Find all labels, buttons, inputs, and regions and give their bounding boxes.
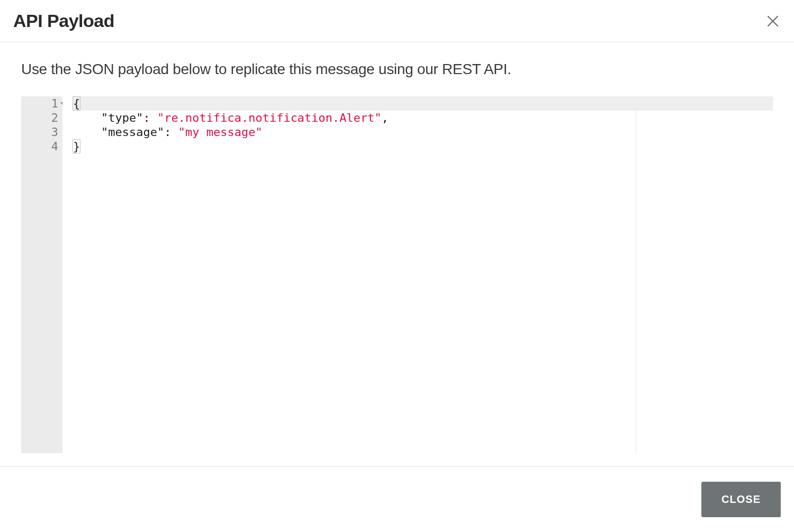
modal-header: API Payload bbox=[0, 0, 794, 42]
code-line[interactable]: } bbox=[73, 139, 773, 154]
close-button[interactable]: CLOSE bbox=[701, 482, 781, 517]
editor-gutter: 1234 bbox=[21, 96, 62, 453]
code-token: "message" bbox=[101, 125, 164, 139]
code-line[interactable]: "message": "my message" bbox=[73, 125, 773, 139]
modal-footer: CLOSE bbox=[0, 466, 794, 532]
code-token: } bbox=[73, 139, 80, 154]
modal-body: Use the JSON payload below to replicate … bbox=[0, 42, 794, 466]
gutter-line-number: 2 bbox=[32, 111, 58, 125]
gutter-line-number: 4 bbox=[32, 139, 58, 154]
code-token: : bbox=[143, 111, 157, 124]
code-token: "my message" bbox=[178, 125, 263, 139]
code-token: "re.notifica.notification.Alert" bbox=[157, 111, 382, 124]
modal-description: Use the JSON payload below to replicate … bbox=[21, 61, 773, 78]
gutter-line-number: 3 bbox=[32, 125, 58, 139]
close-icon[interactable] bbox=[765, 13, 781, 30]
code-line[interactable]: { bbox=[73, 96, 773, 111]
code-token: , bbox=[382, 111, 389, 124]
code-token: "type" bbox=[101, 111, 143, 124]
gutter-line-number: 1 bbox=[32, 96, 58, 111]
api-payload-modal: API Payload Use the JSON payload below t… bbox=[0, 0, 794, 532]
editor-code-area[interactable]: { "type": "re.notifica.notification.Aler… bbox=[62, 96, 773, 453]
code-token: { bbox=[73, 96, 80, 111]
code-editor[interactable]: 1234 { "type": "re.notifica.notification… bbox=[21, 96, 773, 453]
code-line[interactable]: "type": "re.notifica.notification.Alert"… bbox=[73, 111, 773, 125]
code-token: : bbox=[164, 125, 178, 139]
modal-title: API Payload bbox=[13, 11, 114, 31]
